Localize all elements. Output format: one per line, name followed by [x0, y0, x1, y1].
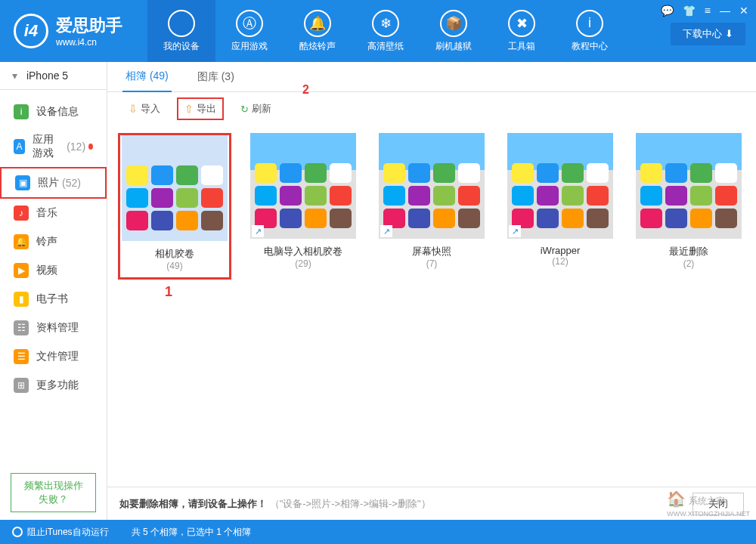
sidebar-item-7[interactable]: ☷资料管理 [0, 314, 107, 342]
album-1[interactable]: ↗电脑导入相机胶卷(29) [246, 133, 360, 269]
device-selector[interactable]: ▾ iPhone 5 [0, 62, 107, 90]
main-panel: 相簿 (49)图库 (3) 2 ⇩ 导入 ⇧ 导出 ↻ 刷新 1 相机胶卷(49… [107, 62, 756, 520]
delete-tip: 如要删除相簿，请到设备上操作！ [119, 498, 267, 509]
sidebar-item-1[interactable]: A应用游戏(12) [0, 126, 107, 167]
nav-icon: Ⓐ [236, 10, 263, 37]
sidebar-icon: ▶ [14, 263, 29, 278]
album-thumb [636, 133, 742, 239]
nav-icon: ✖ [508, 10, 535, 37]
annotation-1: 1 [165, 284, 172, 300]
sidebar-item-9[interactable]: ⊞更多功能 [0, 371, 107, 400]
nav-item-4[interactable]: 📦刷机越狱 [420, 0, 488, 62]
bottom-bar: 如要删除相簿，请到设备上操作！ （"设备->照片->相簿->编辑->删除"） 关… [107, 487, 756, 520]
link-badge-icon: ↗ [252, 225, 264, 237]
tab-1[interactable]: 图库 (3) [194, 63, 237, 91]
notification-dot [88, 144, 93, 150]
sidebar-icon: 🔔 [14, 234, 29, 249]
sidebar-icon: A [14, 139, 25, 154]
sidebar-item-4[interactable]: 🔔铃声 [0, 227, 107, 256]
feedback-icon[interactable]: 💬 [661, 5, 674, 17]
selection-summary: 共 5 个相簿，已选中 1 个相簿 [132, 526, 252, 539]
delete-hint: （"设备->照片->相簿->编辑->删除"） [270, 498, 431, 509]
nav-item-2[interactable]: 🔔酷炫铃声 [284, 0, 352, 62]
refresh-icon: ↻ [240, 104, 249, 115]
nav-item-5[interactable]: ✖工具箱 [488, 0, 556, 62]
sidebar-item-8[interactable]: ☰文件管理 [0, 342, 107, 371]
album-grid: 1 相机胶卷(49)↗电脑导入相机胶卷(29)↗屏幕快照(7)↗iWrapper… [107, 125, 756, 487]
window-controls: 💬 👕 ≡ — ✕ [661, 5, 748, 17]
link-badge-icon: ↗ [380, 225, 392, 237]
app-title: 爱思助手 [56, 14, 122, 37]
album-thumb [122, 135, 228, 241]
sidebar-icon: ☷ [14, 320, 29, 335]
nav-item-1[interactable]: Ⓐ应用游戏 [215, 0, 284, 62]
app-url: www.i4.cn [56, 37, 122, 48]
album-thumb: ↗ [250, 133, 356, 239]
sidebar-item-0[interactable]: i设备信息 [0, 97, 107, 126]
link-badge-icon: ↗ [509, 225, 521, 237]
album-thumb: ↗ [379, 133, 485, 239]
minimize-icon[interactable]: — [720, 5, 730, 17]
sidebar-item-2[interactable]: ▣照片(52) [0, 167, 107, 199]
nav-item-0[interactable]: 我的设备 [147, 0, 215, 62]
import-icon: ⇩ [129, 103, 138, 115]
album-2[interactable]: ↗屏幕快照(7) [375, 133, 488, 269]
status-bar: 阻止iTunes自动运行 共 5 个相簿，已选中 1 个相簿 [0, 520, 756, 544]
sidebar-icon: ☰ [14, 349, 29, 364]
menu-icon[interactable]: ≡ [705, 5, 711, 17]
close-icon[interactable]: ✕ [739, 5, 748, 17]
sidebar-item-6[interactable]: ▮电子书 [0, 285, 107, 314]
tab-0[interactable]: 相簿 (49) [122, 62, 172, 92]
sidebar-list: i设备信息A应用游戏(12)▣照片(52)♪音乐🔔铃声▶视频▮电子书☷资料管理☰… [0, 90, 107, 465]
refresh-button[interactable]: ↻ 刷新 [234, 99, 277, 119]
logo-badge: i4 [14, 14, 48, 48]
block-itunes-toggle[interactable]: 阻止iTunes自动运行 [12, 526, 109, 539]
skin-icon[interactable]: 👕 [683, 5, 696, 17]
radio-icon [12, 527, 23, 537]
sidebar-icon: ▮ [14, 292, 29, 307]
watermark: 🏠 系统之家 WWW.XITONGZHIJIA.NET [667, 490, 750, 518]
export-button[interactable]: ⇧ 导出 [177, 97, 224, 120]
logo: i4 爱思助手 www.i4.cn [0, 14, 147, 48]
device-name-label: iPhone 5 [26, 70, 68, 82]
nav-item-6[interactable]: i教程中心 [556, 0, 624, 62]
sidebar-icon: ♪ [14, 206, 29, 221]
nav-icon: ❄ [372, 10, 399, 37]
sidebar: ▾ iPhone 5 i设备信息A应用游戏(12)▣照片(52)♪音乐🔔铃声▶视… [0, 62, 107, 520]
album-3[interactable]: ↗iWrapper(12) [503, 133, 617, 267]
sidebar-icon: ⊞ [14, 378, 29, 393]
import-button[interactable]: ⇩ 导入 [122, 99, 166, 119]
sidebar-item-5[interactable]: ▶视频 [0, 256, 107, 285]
nav-icon: 📦 [440, 10, 467, 37]
annotation-2: 2 [302, 83, 309, 97]
sidebar-icon: i [14, 104, 29, 119]
album-thumb: ↗ [507, 133, 613, 239]
header: i4 爱思助手 www.i4.cn 我的设备Ⓐ应用游戏🔔酷炫铃声❄高清壁纸📦刷机… [0, 0, 756, 62]
toolbar: 2 ⇩ 导入 ⇧ 导出 ↻ 刷新 [107, 92, 756, 125]
nav-icon: i [576, 10, 603, 37]
nav-icon [168, 10, 195, 37]
export-icon: ⇧ [184, 103, 194, 115]
album-0[interactable]: 相机胶卷(49) [118, 133, 231, 280]
chevron-down-icon: ▾ [12, 70, 17, 82]
album-4[interactable]: 最近删除(2) [632, 133, 745, 269]
tabs: 相簿 (49)图库 (3) [107, 62, 756, 92]
nav-item-3[interactable]: ❄高清壁纸 [352, 0, 420, 62]
sidebar-icon: ▣ [15, 175, 30, 190]
sidebar-item-3[interactable]: ♪音乐 [0, 199, 107, 227]
troubleshoot-button[interactable]: 频繁出现操作失败？ [11, 473, 96, 512]
download-center-button[interactable]: 下载中心 ⬇ [671, 23, 745, 45]
nav-icon: 🔔 [304, 10, 331, 37]
